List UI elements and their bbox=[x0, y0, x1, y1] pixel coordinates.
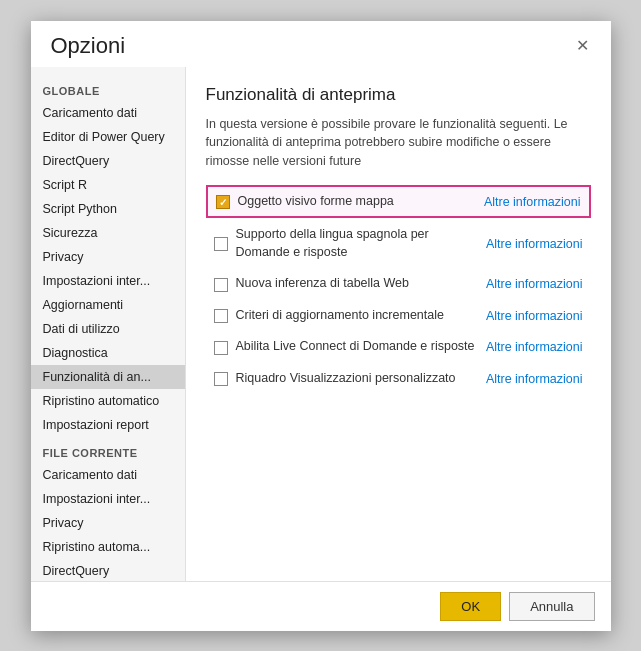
sidebar-item-aggiornamenti[interactable]: Aggiornamenti bbox=[31, 293, 185, 317]
feature-item-abilita-live: Abilita Live Connect di Domande e rispos… bbox=[206, 332, 591, 362]
sidebar-item-funzionalita[interactable]: Funzionalità di an... bbox=[31, 365, 185, 389]
sidebar-item-script-python[interactable]: Script Python bbox=[31, 197, 185, 221]
checkbox-supporto-lingua[interactable] bbox=[214, 237, 228, 251]
sidebar-item-ripristino-automa-fc[interactable]: Ripristino automa... bbox=[31, 535, 185, 559]
sidebar-item-privacy[interactable]: Privacy bbox=[31, 245, 185, 269]
checkbox-riquadro-visualizzazioni[interactable] bbox=[214, 372, 228, 386]
sidebar-item-ripristino-automatico[interactable]: Ripristino automatico bbox=[31, 389, 185, 413]
sidebar-item-impostazioni-inter[interactable]: Impostazioni inter... bbox=[31, 269, 185, 293]
main-content: Funzionalità di anteprima In questa vers… bbox=[186, 67, 611, 581]
dialog-footer: OK Annulla bbox=[31, 581, 611, 631]
feature-label-abilita-live: Abilita Live Connect di Domande e rispos… bbox=[236, 338, 480, 356]
feature-item-supporto-lingua: Supporto della lingua spagnola per Doman… bbox=[206, 220, 591, 267]
feature-label-riquadro-visualizzazioni: Riquadro Visualizzazioni personalizzato bbox=[236, 370, 480, 388]
feature-item-row-6: Riquadro Visualizzazioni personalizzato … bbox=[214, 370, 583, 388]
dialog-body: GLOBALE Caricamento dati Editor di Power… bbox=[31, 67, 611, 581]
checkbox-oggetto-visivo[interactable] bbox=[216, 195, 230, 209]
sidebar-item-script-r[interactable]: Script R bbox=[31, 173, 185, 197]
sidebar-item-caricamento-dati[interactable]: Caricamento dati bbox=[31, 101, 185, 125]
feature-label-oggetto-visivo: Oggetto visivo forme mappa bbox=[238, 193, 478, 211]
feature-item-row-5: Abilita Live Connect di Domande e rispos… bbox=[214, 338, 583, 356]
annulla-button[interactable]: Annulla bbox=[509, 592, 594, 621]
feature-item-row-2: Supporto della lingua spagnola per Doman… bbox=[214, 226, 583, 261]
feature-link-criteri-aggiornamento[interactable]: Altre informazioni bbox=[486, 309, 583, 323]
checkbox-criteri-aggiornamento[interactable] bbox=[214, 309, 228, 323]
options-dialog: Opzioni ✕ GLOBALE Caricamento dati Edito… bbox=[31, 21, 611, 631]
feature-label-nuova-inferenza: Nuova inferenza di tabella Web bbox=[236, 275, 480, 293]
feature-item-riquadro-visualizzazioni: Riquadro Visualizzazioni personalizzato … bbox=[206, 364, 591, 394]
feature-item-nuova-inferenza: Nuova inferenza di tabella Web Altre inf… bbox=[206, 269, 591, 299]
feature-link-abilita-live[interactable]: Altre informazioni bbox=[486, 340, 583, 354]
close-button[interactable]: ✕ bbox=[570, 36, 595, 56]
feature-item-oggetto-visivo: Oggetto visivo forme mappa Altre informa… bbox=[206, 185, 591, 219]
feature-link-riquadro-visualizzazioni[interactable]: Altre informazioni bbox=[486, 372, 583, 386]
feature-link-oggetto-visivo[interactable]: Altre informazioni bbox=[484, 195, 581, 209]
sidebar-item-impostazioni-report[interactable]: Impostazioni report bbox=[31, 413, 185, 437]
ok-button[interactable]: OK bbox=[440, 592, 501, 621]
sidebar: GLOBALE Caricamento dati Editor di Power… bbox=[31, 67, 186, 581]
main-description: In questa versione è possibile provare l… bbox=[206, 115, 591, 171]
checkbox-nuova-inferenza[interactable] bbox=[214, 278, 228, 292]
sidebar-item-directquery[interactable]: DirectQuery bbox=[31, 149, 185, 173]
checkbox-abilita-live[interactable] bbox=[214, 341, 228, 355]
dialog-titlebar: Opzioni ✕ bbox=[31, 21, 611, 67]
globale-section-label: GLOBALE bbox=[31, 75, 185, 101]
sidebar-item-dati-utilizzo[interactable]: Dati di utilizzo bbox=[31, 317, 185, 341]
sidebar-item-diagnostica[interactable]: Diagnostica bbox=[31, 341, 185, 365]
sidebar-item-privacy-fc[interactable]: Privacy bbox=[31, 511, 185, 535]
file-corrente-section-label: FILE CORRENTE bbox=[31, 437, 185, 463]
feature-link-supporto-lingua[interactable]: Altre informazioni bbox=[486, 237, 583, 251]
sidebar-item-directquery-fc[interactable]: DirectQuery bbox=[31, 559, 185, 581]
feature-item-row-3: Nuova inferenza di tabella Web Altre inf… bbox=[214, 275, 583, 293]
sidebar-item-impostazioni-inter-fc[interactable]: Impostazioni inter... bbox=[31, 487, 185, 511]
main-title: Funzionalità di anteprima bbox=[206, 85, 591, 105]
feature-item-row: Oggetto visivo forme mappa Altre informa… bbox=[216, 193, 581, 211]
feature-item-criteri-aggiornamento: Criteri di aggiornamento incrementale Al… bbox=[206, 301, 591, 331]
feature-label-supporto-lingua: Supporto della lingua spagnola per Doman… bbox=[236, 226, 480, 261]
sidebar-item-caricamento-dati-fc[interactable]: Caricamento dati bbox=[31, 463, 185, 487]
sidebar-item-editor-power-query[interactable]: Editor di Power Query bbox=[31, 125, 185, 149]
feature-link-nuova-inferenza[interactable]: Altre informazioni bbox=[486, 277, 583, 291]
sidebar-item-sicurezza[interactable]: Sicurezza bbox=[31, 221, 185, 245]
feature-item-row-4: Criteri di aggiornamento incrementale Al… bbox=[214, 307, 583, 325]
feature-label-criteri-aggiornamento: Criteri di aggiornamento incrementale bbox=[236, 307, 480, 325]
dialog-title: Opzioni bbox=[51, 33, 126, 59]
